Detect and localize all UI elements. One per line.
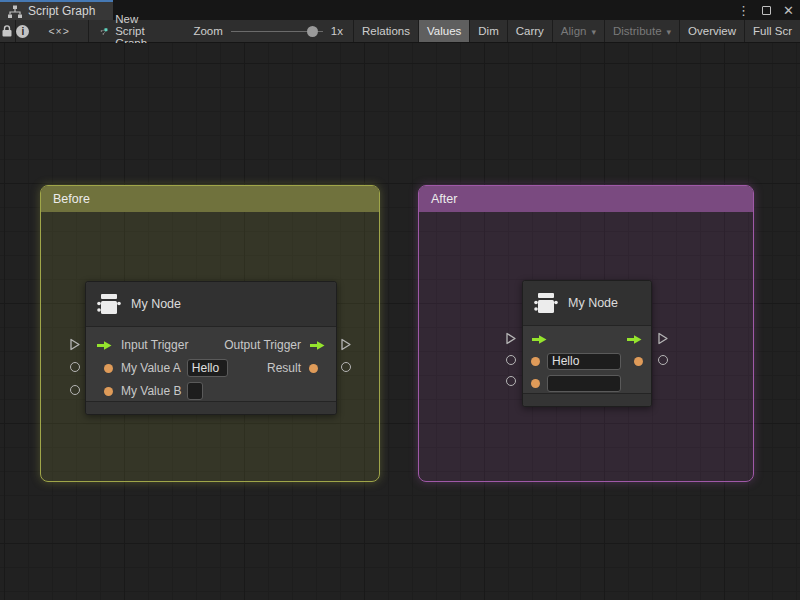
group-after-title: After bbox=[431, 192, 457, 206]
value-b-port[interactable]: My Value B bbox=[86, 380, 203, 402]
value-port-icon bbox=[531, 379, 540, 388]
flow-port-outline-icon bbox=[505, 332, 517, 345]
lock-button[interactable] bbox=[0, 20, 15, 42]
external-value-port[interactable] bbox=[506, 376, 516, 386]
graph-canvas[interactable]: Before After My Node bbox=[0, 43, 800, 600]
external-value-port[interactable] bbox=[70, 385, 80, 395]
values-label: Values bbox=[427, 25, 461, 37]
group-before-title: Before bbox=[53, 192, 90, 206]
zoom-control: Zoom 1x bbox=[167, 20, 353, 42]
value-b-label: My Value B bbox=[121, 384, 181, 398]
value-b-input[interactable] bbox=[187, 382, 203, 400]
external-flow-port[interactable] bbox=[69, 338, 81, 351]
code-view-button[interactable]: <×> bbox=[48, 20, 69, 42]
zoom-label: Zoom bbox=[193, 25, 222, 37]
external-value-port[interactable] bbox=[70, 362, 80, 372]
chevron-down-icon: ▾ bbox=[591, 27, 596, 37]
value-port-icon bbox=[531, 357, 540, 366]
graph-toolbar: i <×> New Script Graph Zoom 1x bbox=[0, 20, 800, 43]
carry-button[interactable]: Carry bbox=[507, 20, 552, 42]
node-footer bbox=[86, 401, 336, 414]
node-my-node-before[interactable]: My Node Input Trigger Output Trigger bbox=[85, 281, 337, 415]
align-label: Align bbox=[561, 25, 587, 37]
unity-visual-scripting-window: Script Graph ⋮ ✕ i <×> bbox=[0, 0, 800, 600]
group-before-header[interactable]: Before bbox=[41, 186, 379, 212]
external-value-port[interactable] bbox=[341, 362, 351, 372]
info-icon: i bbox=[16, 25, 29, 38]
result-port[interactable] bbox=[626, 350, 651, 372]
dim-label: Dim bbox=[478, 25, 498, 37]
input-trigger-label: Input Trigger bbox=[121, 338, 188, 352]
graph-node-icon bbox=[100, 24, 108, 39]
unit-node-icon bbox=[533, 291, 558, 315]
values-button[interactable]: Values bbox=[418, 20, 469, 42]
overview-button[interactable]: Overview bbox=[679, 20, 744, 42]
zoom-slider[interactable] bbox=[231, 20, 323, 43]
window-controls: ⋮ ✕ bbox=[737, 0, 794, 20]
value-port-icon bbox=[104, 364, 113, 373]
value-port-icon bbox=[104, 387, 113, 396]
flow-arrow-icon bbox=[531, 334, 548, 345]
zoom-value: 1x bbox=[331, 25, 343, 37]
dim-button[interactable]: Dim bbox=[469, 20, 506, 42]
node-header[interactable]: My Node bbox=[86, 282, 336, 327]
port-row-trigger: Input Trigger Output Trigger bbox=[86, 334, 336, 356]
value-a-port[interactable]: My Value A bbox=[86, 357, 228, 379]
script-graph-icon bbox=[8, 5, 22, 18]
external-flow-port[interactable] bbox=[505, 332, 517, 345]
menu-icon[interactable]: ⋮ bbox=[737, 4, 750, 17]
external-flow-port[interactable] bbox=[657, 332, 669, 345]
node-title: My Node bbox=[568, 296, 618, 310]
flow-arrow-icon bbox=[309, 340, 326, 351]
tab-script-graph[interactable]: Script Graph bbox=[0, 0, 113, 20]
node-title: My Node bbox=[131, 297, 181, 311]
value-b-input[interactable] bbox=[547, 375, 621, 392]
info-button[interactable]: i bbox=[15, 20, 30, 42]
output-trigger-port[interactable]: Output Trigger bbox=[224, 334, 336, 356]
port-row-value-a bbox=[523, 350, 651, 372]
align-dropdown[interactable]: Align ▾ bbox=[552, 20, 604, 42]
value-a-label: My Value A bbox=[121, 361, 181, 375]
node-my-node-after[interactable]: My Node bbox=[522, 280, 652, 407]
input-trigger-port[interactable]: Input Trigger bbox=[86, 334, 188, 356]
result-label: Result bbox=[267, 361, 301, 375]
maximize-icon[interactable] bbox=[762, 6, 771, 15]
unit-node-icon bbox=[96, 292, 121, 316]
node-footer bbox=[523, 393, 651, 406]
flow-arrow-icon bbox=[96, 340, 113, 351]
group-after-header[interactable]: After bbox=[419, 186, 753, 212]
relations-button[interactable]: Relations bbox=[353, 20, 418, 42]
port-row-trigger bbox=[523, 329, 651, 349]
external-value-port[interactable] bbox=[506, 355, 516, 365]
external-flow-port[interactable] bbox=[340, 338, 352, 351]
graph-title-item[interactable]: New Script Graph bbox=[88, 20, 167, 42]
input-trigger-port[interactable] bbox=[523, 329, 556, 349]
code-icon: <×> bbox=[48, 25, 69, 37]
value-a-input[interactable] bbox=[187, 359, 228, 377]
toolbar-toggle-buttons: Relations Values Dim Carry Align ▾ Distr… bbox=[353, 20, 800, 42]
fullscreen-button[interactable]: Full Scr bbox=[744, 20, 800, 42]
port-row-value-b bbox=[523, 373, 651, 393]
flow-arrow-icon bbox=[626, 334, 643, 345]
result-port[interactable]: Result bbox=[267, 357, 336, 379]
node-header[interactable]: My Node bbox=[523, 281, 651, 326]
flow-port-outline-icon bbox=[69, 338, 81, 351]
flow-port-outline-icon bbox=[340, 338, 352, 351]
external-value-port[interactable] bbox=[658, 355, 668, 365]
distribute-dropdown[interactable]: Distribute ▾ bbox=[604, 20, 679, 42]
value-a-input[interactable] bbox=[547, 353, 621, 370]
chevron-down-icon: ▾ bbox=[667, 27, 672, 37]
zoom-slider-handle[interactable] bbox=[307, 26, 318, 37]
value-b-port[interactable] bbox=[523, 373, 629, 393]
port-row-value-a: My Value A Result bbox=[86, 357, 336, 379]
lock-icon bbox=[1, 24, 13, 38]
spacer bbox=[30, 20, 48, 42]
value-port-icon bbox=[634, 357, 643, 366]
output-trigger-port[interactable] bbox=[618, 329, 651, 349]
value-a-port[interactable] bbox=[523, 350, 629, 372]
fullscreen-label: Full Scr bbox=[753, 25, 792, 37]
spacer bbox=[70, 20, 88, 42]
value-port-icon bbox=[309, 364, 318, 373]
tab-title: Script Graph bbox=[28, 4, 95, 18]
close-icon[interactable]: ✕ bbox=[783, 4, 794, 17]
